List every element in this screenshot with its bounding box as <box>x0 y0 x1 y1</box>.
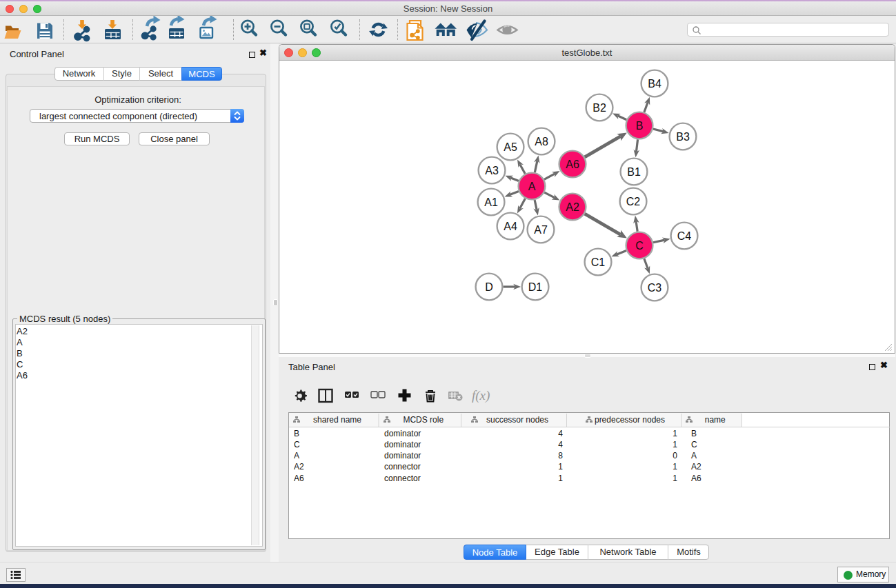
svg-text:D1: D1 <box>528 281 543 293</box>
svg-text:B: B <box>691 429 697 438</box>
svg-text:MCDS role: MCDS role <box>403 415 444 425</box>
svg-text:1: 1 <box>673 429 677 438</box>
svg-text:B2: B2 <box>593 102 606 114</box>
svg-text:dominator: dominator <box>384 451 421 460</box>
svg-text:4: 4 <box>558 429 563 438</box>
svg-text:A6: A6 <box>691 474 701 483</box>
svg-text:A: A <box>528 181 536 192</box>
svg-text:1: 1 <box>673 474 677 483</box>
svg-text:1: 1 <box>558 474 563 483</box>
svg-text:B4: B4 <box>648 78 661 90</box>
svg-text:C1: C1 <box>591 256 606 268</box>
svg-text:8: 8 <box>558 451 563 460</box>
svg-text:A1: A1 <box>484 196 498 208</box>
svg-text:C2: C2 <box>626 196 641 207</box>
svg-text:A3: A3 <box>485 165 499 176</box>
svg-text:C4: C4 <box>677 230 692 242</box>
svg-text:A2: A2 <box>566 201 579 213</box>
svg-text:B: B <box>294 429 299 438</box>
svg-text:name: name <box>705 415 726 425</box>
svg-text:1: 1 <box>673 462 677 472</box>
svg-text:A6: A6 <box>566 159 579 170</box>
svg-text:B: B <box>636 120 644 132</box>
svg-text:connector: connector <box>384 474 421 483</box>
svg-text:C: C <box>294 440 300 449</box>
svg-text:1: 1 <box>673 440 677 449</box>
svg-text:C: C <box>635 240 644 252</box>
svg-text:B3: B3 <box>676 131 690 143</box>
svg-text:successor nodes: successor nodes <box>486 415 548 425</box>
svg-text:A7: A7 <box>534 224 548 236</box>
svg-text:A2: A2 <box>691 462 701 472</box>
svg-text:A: A <box>294 451 299 460</box>
svg-text:0: 0 <box>673 451 677 460</box>
svg-text:B1: B1 <box>627 166 641 178</box>
svg-text:C: C <box>691 440 697 449</box>
svg-text:A4: A4 <box>504 221 517 232</box>
svg-text:A: A <box>691 451 697 460</box>
svg-text:A6: A6 <box>294 474 304 483</box>
svg-text:A2: A2 <box>294 462 304 472</box>
svg-text:predecessor nodes: predecessor nodes <box>595 415 665 425</box>
svg-text:shared name: shared name <box>313 415 361 425</box>
svg-text:1: 1 <box>558 462 563 472</box>
svg-text:C3: C3 <box>648 282 662 294</box>
svg-text:A5: A5 <box>504 141 517 153</box>
svg-text:dominator: dominator <box>384 429 421 438</box>
svg-text:4: 4 <box>558 440 563 449</box>
svg-text:A8: A8 <box>535 136 548 148</box>
svg-text:D: D <box>485 281 493 293</box>
svg-text:f(x): f(x) <box>472 388 490 403</box>
svg-text:connector: connector <box>384 462 421 472</box>
svg-text:dominator: dominator <box>384 440 421 449</box>
